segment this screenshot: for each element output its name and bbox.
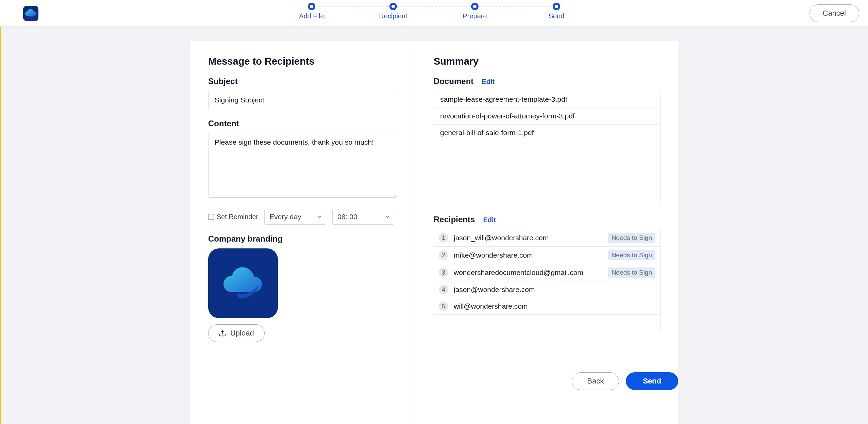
content-label: Content <box>208 119 397 128</box>
chevron-down-icon <box>384 214 390 220</box>
message-title: Message to Recipients <box>208 56 397 67</box>
reminder-time-select[interactable]: 08: 00 <box>332 209 394 225</box>
recipient-email: jason_will@wondershare.com <box>454 234 549 242</box>
needs-to-sign-badge: Needs to Sign <box>608 233 655 243</box>
document-row: sample-lease-agreement-template-3.pdf <box>434 91 660 108</box>
chevron-down-icon <box>316 214 322 220</box>
step-label: Recipient <box>379 12 407 20</box>
recipient-row: 1jason_will@wondershare.comNeeds to Sign <box>434 229 660 247</box>
upload-label: Upload <box>230 329 254 338</box>
recipient-email: will@wondershare.com <box>454 302 528 310</box>
recipient-number: 2 <box>439 250 448 260</box>
subject-label: Subject <box>208 77 397 86</box>
content-textarea[interactable]: Please sign these documents, thank you s… <box>208 133 397 198</box>
recipients-table: 1jason_will@wondershare.comNeeds to Sign… <box>434 229 661 331</box>
header-bar: Add File Recipient Prepare Send Cancel <box>0 0 868 27</box>
message-panel: Message to Recipients Subject Content Pl… <box>190 41 416 424</box>
document-section-label: Document <box>434 77 473 86</box>
subject-input[interactable] <box>208 91 397 109</box>
step-label: Prepare <box>463 12 487 20</box>
reminder-frequency-value: Every day <box>269 213 301 221</box>
branding-label: Company branding <box>208 234 397 244</box>
step-add-file[interactable]: Add File <box>271 3 352 20</box>
needs-to-sign-badge: Needs to Sign <box>608 250 655 260</box>
document-row: revocation-of-power-of-attorney-form-3.p… <box>434 108 660 125</box>
back-button[interactable]: Back <box>572 372 619 390</box>
recipients-edit-link[interactable]: Edit <box>483 216 496 224</box>
needs-to-sign-badge: Needs to Sign <box>608 267 655 278</box>
set-reminder-checkbox[interactable]: Set Reminder <box>208 213 258 221</box>
step-send[interactable]: Send <box>516 3 597 20</box>
cloud-logo-icon <box>216 256 270 311</box>
recipient-number: 4 <box>439 285 448 294</box>
recipient-number: 3 <box>439 268 448 277</box>
step-label: Add File <box>299 12 324 20</box>
summary-panel: Summary Document Edit sample-lease-agree… <box>416 41 678 424</box>
reminder-label: Set Reminder <box>217 213 258 221</box>
summary-title: Summary <box>434 56 661 67</box>
recipient-row: 5will@wondershare.com <box>434 298 660 315</box>
step-prepare[interactable]: Prepare <box>434 3 516 20</box>
document-row: general-bill-of-sale-form-1.pdf <box>434 125 660 141</box>
upload-button[interactable]: Upload <box>208 324 265 342</box>
recipient-email: jason@wondershare.com <box>454 286 535 294</box>
main-card: Message to Recipients Subject Content Pl… <box>190 41 678 424</box>
branding-logo-preview <box>208 248 278 318</box>
upload-icon <box>219 329 226 337</box>
recipient-number: 1 <box>439 233 448 243</box>
footer-actions: Back Send <box>190 372 678 390</box>
recipient-number: 5 <box>439 301 448 311</box>
send-button[interactable]: Send <box>626 372 678 390</box>
recipient-row <box>434 315 660 330</box>
cloud-logo-icon <box>23 6 38 21</box>
step-recipient[interactable]: Recipient <box>352 3 434 20</box>
cancel-button[interactable]: Cancel <box>809 4 859 22</box>
reminder-time-value: 08: 00 <box>337 213 357 221</box>
recipient-row: 4jason@wondershare.com <box>434 281 660 298</box>
reminder-row: Set Reminder Every day 08: 00 <box>208 209 397 225</box>
stepper: Add File Recipient Prepare Send <box>271 3 597 20</box>
app-logo <box>23 6 38 21</box>
recipient-row: 2mike@wondershare.comNeeds to Sign <box>434 247 660 264</box>
recipient-email: wondersharedocumentcloud@gmail.com <box>454 268 583 277</box>
reminder-checkbox-input[interactable] <box>208 214 214 220</box>
step-label: Send <box>549 12 565 20</box>
recipients-section-label: Recipients <box>434 215 475 224</box>
document-edit-link[interactable]: Edit <box>482 78 495 86</box>
reminder-frequency-select[interactable]: Every day <box>264 209 326 225</box>
document-table: sample-lease-agreement-template-3.pdfrev… <box>434 91 661 205</box>
recipient-email: mike@wondershare.com <box>454 251 533 259</box>
content-area: Message to Recipients Subject Content Pl… <box>0 27 868 424</box>
recipient-row: 3wondersharedocumentcloud@gmail.comNeeds… <box>434 264 660 281</box>
